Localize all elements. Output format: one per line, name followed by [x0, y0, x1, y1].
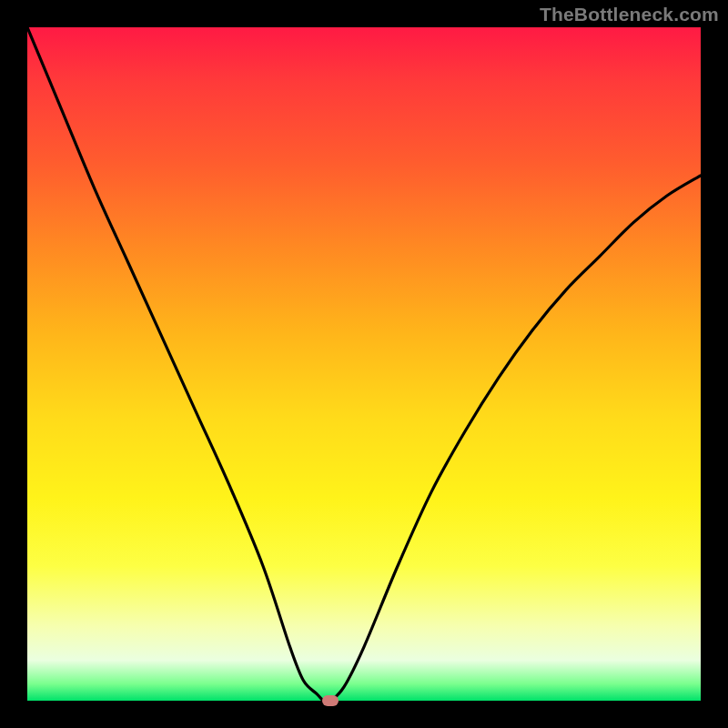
chart-frame: TheBottleneck.com — [0, 0, 728, 728]
optimum-marker — [322, 695, 339, 706]
watermark-text: TheBottleneck.com — [540, 4, 719, 25]
chart-plot-area — [27, 27, 701, 701]
bottleneck-curve — [27, 27, 701, 701]
